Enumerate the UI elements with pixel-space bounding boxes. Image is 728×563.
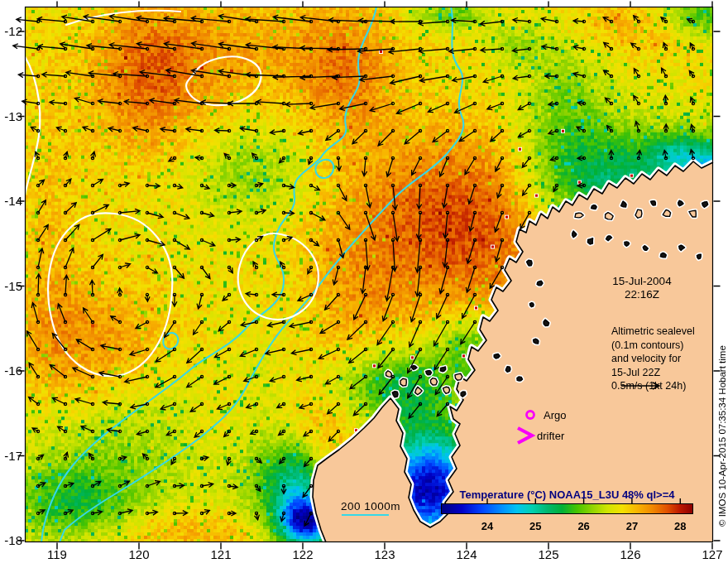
x-tick-label: 120 <box>119 547 159 561</box>
drifter-label: drifter <box>537 430 564 442</box>
island <box>575 213 583 218</box>
island <box>400 378 406 386</box>
y-tick-label: -15 <box>0 279 22 293</box>
island <box>534 339 539 344</box>
x-tick-label: 124 <box>447 547 486 561</box>
annotation-line: and velocity for <box>611 352 695 366</box>
colorbar <box>441 503 693 514</box>
island <box>587 238 592 244</box>
y-tick-label: -18 <box>0 533 22 547</box>
x-tick-label: 121 <box>201 547 241 561</box>
x-tick-label: 125 <box>529 547 568 561</box>
island <box>697 254 701 259</box>
x-tick-label: 119 <box>37 547 77 561</box>
colorbar-title: Temperature (°C) NOAA15_L3U 48% ql>=4 <box>441 488 693 501</box>
island <box>537 281 543 286</box>
bathymetry-contour <box>315 160 333 178</box>
island <box>440 367 446 372</box>
annotation-line: Altimetric sealevel <box>611 325 695 339</box>
y-tick-label: -12 <box>0 24 22 38</box>
x-tick-label: 126 <box>611 547 650 561</box>
copyright-label: © IMOS 10-Apr-2015 07:35:34 Hobart time <box>717 345 727 527</box>
island <box>426 371 432 375</box>
colorbar-tick-label: 25 <box>519 520 552 532</box>
colorbar-tick-label: 24 <box>471 520 504 532</box>
island <box>529 303 534 307</box>
island <box>660 253 666 257</box>
x-tick-label: 123 <box>365 547 405 561</box>
annotation-line: (0.1m contours) <box>611 339 695 353</box>
annotation-line: 15-Jul 22Z <box>611 366 695 380</box>
time-label: 22:16Z <box>592 288 692 301</box>
sst-map-figure: 15-Jul-2004 22:16Z Altimetric sealevel(0… <box>0 0 728 563</box>
x-tick-label: 122 <box>283 547 323 561</box>
island <box>505 367 510 373</box>
island <box>517 377 523 381</box>
x-tick-label: 127 <box>692 547 728 561</box>
island <box>430 378 437 385</box>
colorbar-tick-label: 27 <box>615 520 649 532</box>
annotation-line: 0.5m/s (1kt 24h) <box>611 379 695 393</box>
colorbar-tick-label: 26 <box>568 520 601 532</box>
colorbar-tick-label: 28 <box>663 520 697 532</box>
sealevel-contour <box>238 233 318 320</box>
argo-label: Argo <box>544 409 566 421</box>
sealevel-contour <box>186 56 261 105</box>
y-tick-label: -16 <box>0 363 22 378</box>
island <box>592 205 597 209</box>
island <box>455 373 462 380</box>
y-tick-label: -17 <box>0 449 22 463</box>
depth-contour-label: 200 1000m <box>341 500 400 512</box>
y-tick-label: -13 <box>0 109 22 123</box>
date-label: 15-Jul-2004 <box>592 275 692 287</box>
y-tick-label: -14 <box>0 194 22 208</box>
altimetric-annotation: Altimetric sealevel(0.1m contours)and ve… <box>611 325 695 393</box>
